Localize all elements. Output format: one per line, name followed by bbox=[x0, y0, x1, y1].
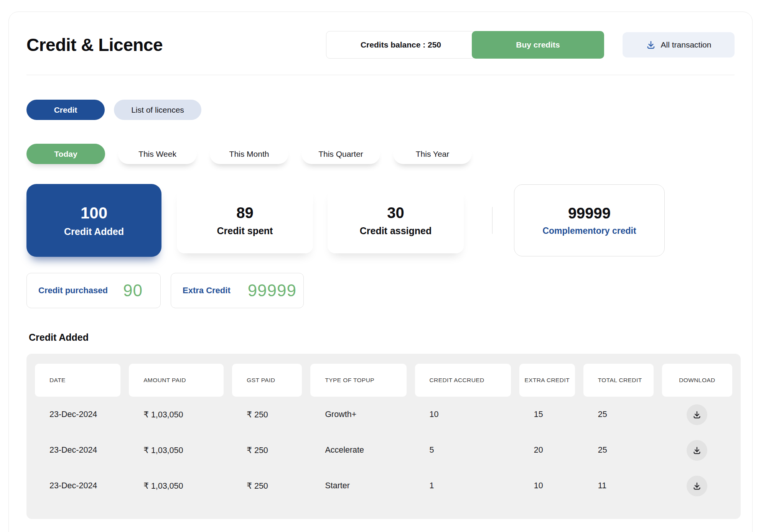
cell-type-of-topup: Starter bbox=[310, 481, 406, 491]
stat-card-credit-spent[interactable]: 89 Credit spent bbox=[177, 187, 313, 253]
download-icon bbox=[692, 446, 702, 455]
table-header-row: Date Amount Paid GST Paid Type of Topup … bbox=[35, 364, 732, 397]
row-download-button[interactable] bbox=[687, 440, 707, 461]
filter-this-week[interactable]: This Week bbox=[118, 144, 197, 164]
credit-spent-value: 89 bbox=[236, 204, 254, 222]
col-header-total-credit: Total Credit bbox=[583, 364, 654, 397]
header-divider bbox=[26, 75, 735, 75]
col-header-extra-credit: Extra Credit bbox=[519, 364, 575, 397]
cell-credit-accrued: 10 bbox=[415, 410, 511, 419]
col-header-credit-accrued: Credit Accrued bbox=[415, 364, 511, 397]
cell-total-credit: 11 bbox=[583, 481, 654, 491]
cell-total-credit: 25 bbox=[583, 410, 654, 419]
tab-list-of-licences[interactable]: List of licences bbox=[114, 100, 201, 120]
credit-assigned-label: Credit assigned bbox=[360, 225, 432, 236]
cell-amount-paid: ₹ 1,03,050 bbox=[129, 410, 224, 420]
time-filter-bar: Today This Week This Month This Quarter … bbox=[26, 144, 735, 164]
table-row: 23-Dec-2024 ₹ 1,03,050 ₹ 250 Accelerate … bbox=[35, 432, 732, 468]
credit-added-value: 100 bbox=[81, 204, 107, 222]
cell-type-of-topup: Growth+ bbox=[310, 410, 406, 419]
cell-extra-credit: 20 bbox=[519, 445, 575, 455]
cell-type-of-topup: Accelerate bbox=[310, 445, 406, 455]
row-download-button[interactable] bbox=[687, 404, 707, 425]
tab-bar: Credit List of licences bbox=[26, 100, 735, 120]
credit-added-table: Date Amount Paid GST Paid Type of Topup … bbox=[26, 354, 741, 519]
credit-purchased-card[interactable]: Credit purchased 90 bbox=[26, 273, 161, 308]
page-header: Credit & Licence Credits balance : 250 B… bbox=[26, 31, 735, 59]
download-icon bbox=[692, 410, 702, 419]
cell-gst-paid: ₹ 250 bbox=[232, 410, 302, 420]
credit-purchased-value: 90 bbox=[123, 281, 143, 300]
stat-card-credit-assigned[interactable]: 30 Credit assigned bbox=[328, 187, 464, 253]
cell-total-credit: 25 bbox=[583, 445, 654, 455]
extra-credit-card[interactable]: Extra Credit 99999 bbox=[171, 273, 304, 308]
stat-card-credit-added[interactable]: 100 Credit Added bbox=[26, 184, 161, 257]
complementory-credit-label: Complementory credit bbox=[542, 226, 636, 236]
stat-cards-row: 100 Credit Added 89 Credit spent 30 Cred… bbox=[26, 184, 735, 257]
col-header-amount-paid: Amount Paid bbox=[129, 364, 224, 397]
download-icon bbox=[692, 481, 702, 491]
col-header-gst-paid: GST Paid bbox=[232, 364, 302, 397]
row-download-button[interactable] bbox=[687, 476, 707, 496]
cell-date: 23-Dec-2024 bbox=[35, 481, 120, 491]
table-section-title: Credit Added bbox=[29, 332, 735, 343]
cell-credit-accrued: 5 bbox=[415, 445, 511, 455]
cell-gst-paid: ₹ 250 bbox=[232, 481, 302, 491]
download-icon bbox=[646, 40, 656, 50]
sub-cards-row: Credit purchased 90 Extra Credit 99999 bbox=[26, 273, 735, 308]
table-row: 23-Dec-2024 ₹ 1,03,050 ₹ 250 Growth+ 10 … bbox=[35, 397, 732, 432]
stat-card-complementory-credit[interactable]: 99999 Complementory credit bbox=[514, 184, 665, 256]
all-transaction-button[interactable]: All transaction bbox=[623, 32, 735, 57]
header-actions: Credits balance : 250 Buy credits All tr… bbox=[326, 31, 735, 59]
filter-this-month[interactable]: This Month bbox=[210, 144, 288, 164]
col-header-date: Date bbox=[35, 364, 120, 397]
tab-credit[interactable]: Credit bbox=[26, 100, 105, 120]
col-header-type-of-topup: Type of Topup bbox=[310, 364, 406, 397]
cell-extra-credit: 10 bbox=[519, 481, 575, 491]
extra-credit-label: Extra Credit bbox=[183, 286, 231, 296]
credit-assigned-value: 30 bbox=[387, 204, 404, 222]
cell-extra-credit: 15 bbox=[519, 410, 575, 419]
table-row: 23-Dec-2024 ₹ 1,03,050 ₹ 250 Starter 1 1… bbox=[35, 468, 732, 504]
all-transaction-label: All transaction bbox=[661, 40, 712, 49]
cell-credit-accrued: 1 bbox=[415, 481, 511, 491]
col-header-download: Download bbox=[662, 364, 732, 397]
extra-credit-value: 99999 bbox=[248, 281, 296, 300]
complementory-credit-value: 99999 bbox=[568, 205, 611, 222]
credit-licence-panel: Credit & Licence Credits balance : 250 B… bbox=[8, 11, 753, 532]
cell-amount-paid: ₹ 1,03,050 bbox=[129, 445, 224, 455]
filter-this-quarter[interactable]: This Quarter bbox=[301, 144, 380, 164]
filter-this-year[interactable]: This Year bbox=[393, 144, 472, 164]
cell-date: 23-Dec-2024 bbox=[35, 445, 120, 455]
cell-date: 23-Dec-2024 bbox=[35, 410, 120, 419]
credit-spent-label: Credit spent bbox=[217, 225, 273, 236]
cell-gst-paid: ₹ 250 bbox=[232, 445, 302, 455]
credit-purchased-label: Credit purchased bbox=[38, 286, 108, 296]
credit-added-label: Credit Added bbox=[64, 226, 124, 237]
credits-balance-badge: Credits balance : 250 bbox=[326, 31, 476, 59]
stat-divider bbox=[492, 207, 493, 234]
filter-today[interactable]: Today bbox=[26, 144, 105, 164]
cell-amount-paid: ₹ 1,03,050 bbox=[129, 481, 224, 491]
buy-credits-button[interactable]: Buy credits bbox=[472, 31, 604, 59]
page-title: Credit & Licence bbox=[26, 34, 326, 55]
